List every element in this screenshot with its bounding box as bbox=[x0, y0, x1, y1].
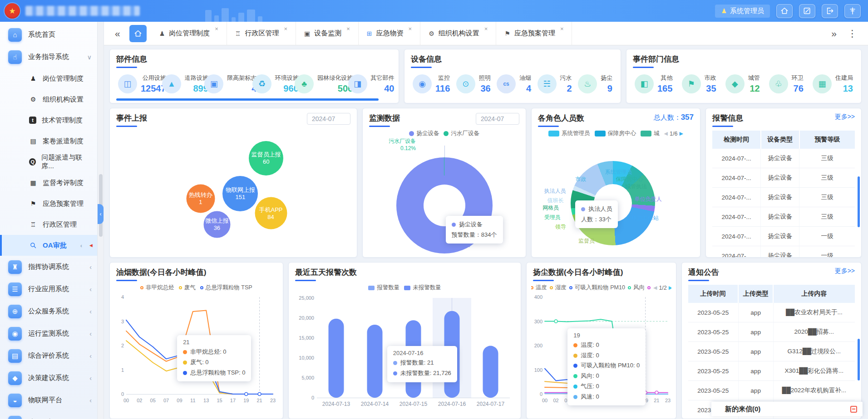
table-row[interactable]: 2023-05-25appG312██过境段公... bbox=[688, 342, 855, 361]
svg-text:15,000: 15,000 bbox=[299, 335, 314, 341]
notice-more-link[interactable]: 更多>> bbox=[835, 267, 855, 275]
tab-1[interactable]: ♟岗位管理制度× bbox=[151, 22, 227, 45]
sidebar-subitem-1-6[interactable]: ⚑应急预案管理 bbox=[0, 193, 97, 214]
sidebar-subitem-1-1[interactable]: ⚙组织机构设置 bbox=[0, 89, 97, 110]
logout-button[interactable] bbox=[822, 4, 838, 18]
svg-text:25,000: 25,000 bbox=[299, 295, 314, 301]
table-cell: 2024-07-... bbox=[712, 207, 761, 227]
stat-item-4: ♨扬尘9 bbox=[578, 74, 612, 94]
legend-item[interactable]: 报警数量 bbox=[368, 284, 399, 292]
current-user[interactable]: ♟ 系统管理员 bbox=[715, 5, 770, 18]
close-icon[interactable]: × bbox=[409, 22, 412, 32]
tab-3[interactable]: ▣设备监测× bbox=[296, 22, 359, 45]
sidebar-item-7[interactable]: ◆决策建议系统‹ bbox=[0, 367, 97, 389]
sidebar-subitem-1-3[interactable]: ▤案卷派遣制度 bbox=[0, 131, 97, 151]
tab-2[interactable]: ♖行政区管理× bbox=[227, 22, 296, 45]
sidebar-collapse-handle[interactable]: ‹ bbox=[98, 204, 104, 224]
table-row[interactable]: 2024-07-...扬尘设备三级 bbox=[712, 168, 855, 188]
cs-icon: cs bbox=[497, 74, 516, 93]
tab-6[interactable]: ⚑应急预案管理× bbox=[496, 22, 572, 45]
sidebar-item-4[interactable]: ⊕公众服务系统‹ bbox=[0, 300, 97, 322]
sidebar-subitem-1-7[interactable]: ♖行政区管理 bbox=[0, 214, 97, 235]
legend-item[interactable]: 风向 bbox=[628, 284, 645, 292]
sidebar-item-3[interactable]: ☰行业应用系统‹ bbox=[0, 278, 97, 300]
bubble-监督员上报[interactable]: 监督员上报60 bbox=[249, 141, 283, 175]
sidebar-scroll-gutter[interactable]: ‹ bbox=[97, 22, 104, 419]
table-row[interactable]: 2023-05-25app2020██招募... bbox=[688, 322, 855, 342]
rows-icon: ☰ bbox=[8, 283, 22, 296]
tabs-scroll-left[interactable]: « bbox=[110, 29, 125, 38]
legend-item[interactable]: 系统管理员 bbox=[548, 130, 590, 137]
bubble-手机APP[interactable]: 手机APP84 bbox=[255, 197, 287, 229]
table-row[interactable]: 2023-05-25app██农业农村局关于... bbox=[688, 303, 855, 322]
close-icon[interactable]: × bbox=[215, 22, 218, 32]
tabs-scroll-right[interactable]: » bbox=[827, 29, 841, 38]
event-month-input[interactable] bbox=[307, 113, 350, 125]
pager-next-icon[interactable]: ▶ bbox=[669, 285, 671, 291]
sidebar-subitem-1-8[interactable]: OA审批‹◀ bbox=[0, 235, 97, 256]
guide-button[interactable] bbox=[844, 4, 861, 18]
table-row[interactable]: 2024-07-...扬尘设备一级 bbox=[712, 227, 855, 246]
close-icon[interactable]: × bbox=[346, 22, 350, 32]
pager-prev-icon[interactable]: ◀ bbox=[664, 131, 668, 136]
sidebar-item-8[interactable]: ◒物联网平台‹ bbox=[0, 389, 97, 411]
sidebar-item-6[interactable]: ▤综合评价系统‹ bbox=[0, 345, 97, 367]
alarm-more-link[interactable]: 更多>> bbox=[835, 113, 855, 121]
sidebar-subitem-1-5[interactable]: ▦监督考评制度 bbox=[0, 172, 97, 193]
legend-item[interactable]: 可吸入颗粒物 PM10 bbox=[569, 284, 625, 292]
collapse-icon[interactable]: ‹ bbox=[80, 242, 82, 249]
sidebar-item-0[interactable]: ⌂系统首页 bbox=[0, 24, 97, 46]
bubble-热线转办[interactable]: 热线转办1 bbox=[186, 184, 215, 213]
edit-button[interactable] bbox=[799, 4, 815, 18]
sidebar-item-1[interactable]: ☝业务指导系统∨ bbox=[0, 46, 97, 68]
notice-scrollbar[interactable] bbox=[858, 339, 860, 380]
sidebar-item-2[interactable]: ♜指挥协调系统‹ bbox=[0, 256, 97, 278]
close-icon[interactable]: × bbox=[560, 22, 564, 32]
legend-item[interactable] bbox=[647, 286, 651, 289]
sidebar-item-5[interactable]: ◉运行监测系统‹ bbox=[0, 322, 97, 345]
legend-item[interactable]: 未报警数量 bbox=[404, 284, 441, 292]
table-row[interactable]: 2023-05-25app██2022年农机购置补... bbox=[688, 381, 855, 400]
monitor-month-input[interactable] bbox=[476, 113, 519, 125]
home-button[interactable] bbox=[776, 4, 793, 18]
pager-next-icon[interactable]: ▶ bbox=[679, 131, 683, 136]
legend-item[interactable]: 湿度 bbox=[550, 284, 567, 292]
tab-label: 应急预案管理 bbox=[514, 29, 555, 38]
tab-4[interactable]: ⊞应急物资× bbox=[359, 22, 420, 45]
bubble-物联网上报[interactable]: 物联网上报151 bbox=[222, 176, 258, 211]
new-mail-bar[interactable]: 新的来信(0) bbox=[711, 402, 863, 416]
legend-item[interactable]: 扬尘设备 bbox=[409, 130, 439, 137]
parts-hscrollbar[interactable] bbox=[116, 98, 379, 101]
pager-prev-icon[interactable]: ◀ bbox=[653, 285, 657, 291]
bubble-微信上报[interactable]: 微信上报36 bbox=[203, 211, 230, 238]
legend-item[interactable]: 总悬浮颗粒物 TSP bbox=[200, 284, 252, 292]
table-row[interactable]: 2024-07-...扬尘设备一级 bbox=[712, 246, 855, 258]
legend-item[interactable]: 温度 bbox=[531, 284, 547, 292]
flag2-icon: ⚑ bbox=[682, 74, 701, 93]
alarm-scrollbar[interactable] bbox=[858, 176, 860, 227]
legend-item[interactable]: 废气 bbox=[179, 284, 196, 292]
table-row[interactable]: 2024-07-...扬尘设备三级 bbox=[712, 188, 855, 207]
close-icon[interactable]: × bbox=[484, 22, 488, 32]
legend-item[interactable]: 保障房中心 bbox=[595, 130, 636, 137]
svg-text:2024-07-15: 2024-07-15 bbox=[399, 401, 428, 407]
sidebar-subitem-1-4[interactable]: Q问题派遣与联席... bbox=[0, 151, 97, 172]
close-icon[interactable]: × bbox=[284, 22, 287, 32]
tabs-menu-icon[interactable]: ⋮ bbox=[843, 29, 862, 38]
sidebar-subitem-1-2[interactable]: t技术管理制度 bbox=[0, 110, 97, 131]
tab-5[interactable]: ⚙组织机构设置× bbox=[420, 22, 496, 45]
legend-item[interactable]: 非甲烷总烃 bbox=[140, 284, 174, 292]
svg-text:200: 200 bbox=[534, 343, 542, 348]
sidebar-item-9[interactable]: ↗综合可视化‹ bbox=[0, 411, 97, 419]
table-row[interactable]: 2024-07-...扬尘设备三级 bbox=[712, 149, 855, 168]
sidebar-subitem-1-0[interactable]: ♟岗位管理制度 bbox=[0, 68, 97, 89]
table-cell: app bbox=[738, 303, 773, 322]
svg-text:2024-07-16: 2024-07-16 bbox=[438, 401, 466, 407]
minimize-icon[interactable] bbox=[850, 406, 857, 413]
legend-item[interactable]: 城 bbox=[641, 130, 660, 137]
table-row[interactable]: 2024-07-...扬尘设备三级 bbox=[712, 207, 855, 227]
svg-text:4: 4 bbox=[121, 294, 124, 300]
tab-home[interactable] bbox=[129, 25, 147, 42]
legend-item[interactable]: 污水厂设备 bbox=[444, 130, 479, 137]
table-row[interactable]: 2023-05-25appX301██彩化公路将... bbox=[688, 361, 855, 381]
